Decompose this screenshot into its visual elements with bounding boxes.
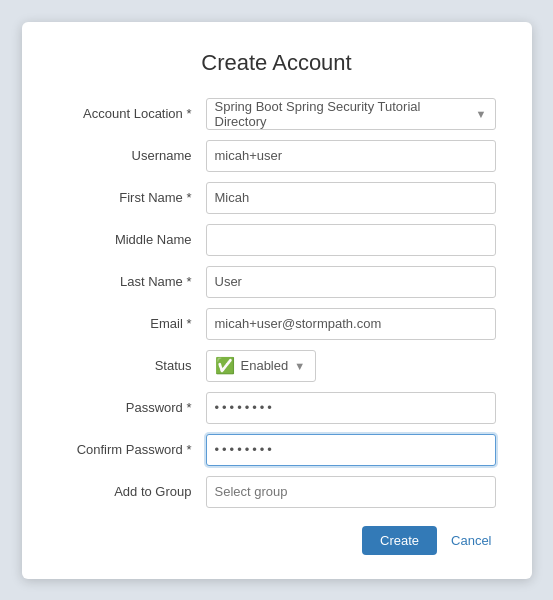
- status-row: Status ✅ Enabled ▼: [58, 350, 496, 382]
- email-row: Email *: [58, 308, 496, 340]
- footer-buttons: Create Cancel: [58, 526, 496, 555]
- account-location-label: Account Location *: [58, 106, 206, 121]
- chevron-down-icon: ▼: [294, 360, 305, 372]
- email-input[interactable]: [206, 308, 496, 340]
- create-button[interactable]: Create: [362, 526, 437, 555]
- last-name-row: Last Name *: [58, 266, 496, 298]
- add-to-group-input[interactable]: [206, 476, 496, 508]
- dialog-title: Create Account: [58, 50, 496, 76]
- password-row: Password *: [58, 392, 496, 424]
- last-name-label: Last Name *: [58, 274, 206, 289]
- middle-name-input[interactable]: [206, 224, 496, 256]
- username-label: Username: [58, 148, 206, 163]
- middle-name-label: Middle Name: [58, 232, 206, 247]
- password-label: Password *: [58, 400, 206, 415]
- create-account-dialog: Create Account Account Location * Spring…: [22, 22, 532, 579]
- status-label: Status: [58, 358, 206, 373]
- username-row: Username: [58, 140, 496, 172]
- first-name-row: First Name *: [58, 182, 496, 214]
- last-name-input[interactable]: [206, 266, 496, 298]
- status-dropdown[interactable]: ✅ Enabled ▼: [206, 350, 316, 382]
- account-location-row: Account Location * Spring Boot Spring Se…: [58, 98, 496, 130]
- middle-name-row: Middle Name: [58, 224, 496, 256]
- email-label: Email *: [58, 316, 206, 331]
- confirm-password-input[interactable]: [206, 434, 496, 466]
- account-location-dropdown[interactable]: Spring Boot Spring Security Tutorial Dir…: [206, 98, 496, 130]
- confirm-password-row: Confirm Password *: [58, 434, 496, 466]
- confirm-password-label: Confirm Password *: [58, 442, 206, 457]
- username-input[interactable]: [206, 140, 496, 172]
- chevron-down-icon: ▼: [476, 108, 487, 120]
- password-input[interactable]: [206, 392, 496, 424]
- add-to-group-row: Add to Group: [58, 476, 496, 508]
- first-name-label: First Name *: [58, 190, 206, 205]
- account-location-value: Spring Boot Spring Security Tutorial Dir…: [215, 99, 470, 129]
- first-name-input[interactable]: [206, 182, 496, 214]
- add-to-group-label: Add to Group: [58, 484, 206, 499]
- status-value: Enabled: [241, 358, 289, 373]
- check-circle-icon: ✅: [215, 356, 235, 375]
- cancel-button[interactable]: Cancel: [447, 526, 495, 555]
